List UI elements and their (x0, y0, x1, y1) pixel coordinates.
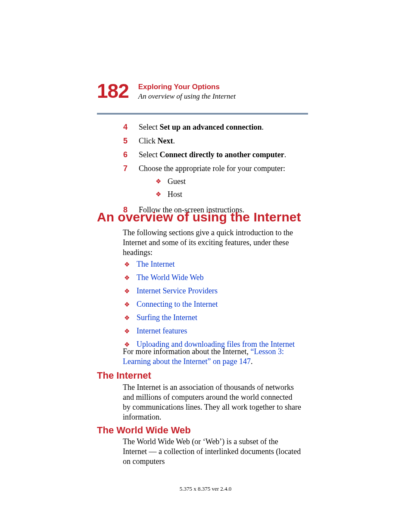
step-5: 5 Click Next. (97, 135, 308, 146)
step-7: 7 Choose the appropriate role for your c… (97, 163, 308, 202)
diamond-bullet-icon: ❖ (123, 326, 131, 337)
topic-link[interactable]: Internet Service Providers (131, 286, 218, 296)
step-body: Select Set up an advanced connection. (128, 121, 308, 133)
topic-link[interactable]: Connecting to the Internet (131, 299, 218, 309)
header-rule (97, 113, 308, 115)
intro-paragraph: The following sections give a quick intr… (123, 228, 302, 258)
topic-link-item: ❖ Internet Service Providers (123, 286, 302, 297)
step-number: 4 (97, 121, 128, 133)
numbered-steps: 4 Select Set up an advanced connection. … (97, 121, 308, 218)
topic-link-item: ❖ Surfing the Internet (123, 312, 302, 324)
step-number: 7 (97, 163, 128, 174)
topic-link-item: ❖ The World Wide Web (123, 272, 302, 283)
topic-link-item: ❖ The Internet (123, 259, 302, 270)
heading-overview: An overview of using the Internet (97, 210, 301, 224)
step-body: Select Connect directly to another compu… (128, 149, 308, 160)
diamond-bullet-icon: ❖ (123, 286, 131, 297)
step-body: Click Next. (128, 135, 308, 146)
step-4: 4 Select Set up an advanced connection. (97, 121, 308, 133)
step-7-sublist: ❖ Guest ❖ Host (139, 176, 308, 200)
diamond-bullet-icon: ❖ (123, 272, 131, 283)
page-number: 182 (97, 81, 129, 101)
step-number: 5 (97, 135, 128, 146)
topic-link-item: ❖ Internet features (123, 326, 302, 337)
diamond-bullet-icon: ❖ (123, 259, 131, 270)
the-internet-body: The Internet is an association of thousa… (123, 383, 302, 422)
more-info-suffix: . (251, 357, 253, 366)
diamond-bullet-icon: ❖ (123, 312, 131, 324)
chapter-title: Exploring Your Options (138, 83, 236, 91)
page-header: 182 Exploring Your Options An overview o… (97, 81, 308, 101)
topic-link[interactable]: The World Wide Web (131, 272, 204, 283)
sublist-text: Guest (162, 176, 186, 187)
step-body: Choose the appropriate role for your com… (128, 163, 308, 202)
diamond-bullet-icon: ❖ (154, 176, 162, 187)
heading-the-internet: The Internet (97, 370, 151, 381)
document-page: 182 Exploring Your Options An overview o… (0, 0, 411, 532)
topic-link[interactable]: Surfing the Internet (131, 312, 197, 323)
header-text-block: Exploring Your Options An overview of us… (138, 83, 236, 101)
more-info-prefix: For more information about the Internet, (123, 347, 250, 356)
diamond-bullet-icon: ❖ (123, 299, 131, 310)
topic-link[interactable]: Internet features (131, 326, 187, 336)
heading-www: The World Wide Web (97, 425, 191, 436)
topic-links-list: ❖ The Internet ❖ The World Wide Web ❖ In… (123, 259, 302, 352)
sublist-item: ❖ Host (154, 189, 308, 200)
topic-link-item: ❖ Connecting to the Internet (123, 299, 302, 310)
step-6: 6 Select Connect directly to another com… (97, 149, 308, 160)
topic-link[interactable]: The Internet (131, 259, 174, 269)
sublist-item: ❖ Guest (154, 176, 308, 187)
sublist-text: Host (162, 189, 182, 200)
page-footer: 5.375 x 8.375 ver 2.4.0 (0, 485, 411, 492)
section-title: An overview of using the Internet (138, 92, 236, 101)
diamond-bullet-icon: ❖ (154, 189, 162, 200)
more-info-paragraph: For more information about the Internet,… (123, 347, 302, 367)
www-body: The World Wide Web (or ‘Web’) is a subse… (123, 437, 302, 467)
step-number: 6 (97, 149, 128, 160)
